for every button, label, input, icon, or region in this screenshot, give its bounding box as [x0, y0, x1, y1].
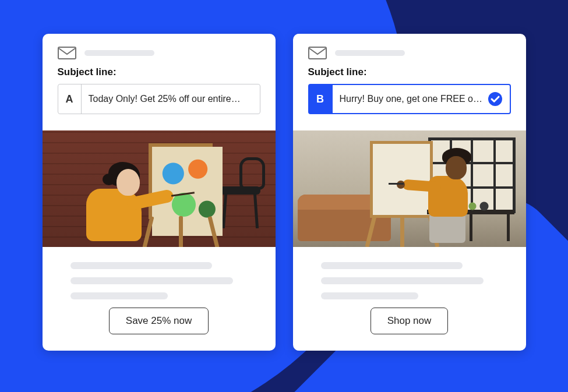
email-header-row	[308, 47, 511, 59]
variant-cards-row: Subject line: A Today Only! Get 25% off …	[0, 0, 568, 392]
envelope-icon	[308, 47, 327, 59]
email-variant-card-b: Subject line: B Hurry! Buy one, get one …	[293, 34, 526, 351]
sender-placeholder	[335, 50, 405, 56]
email-hero-image	[293, 130, 526, 247]
variant-chip-a: A	[58, 84, 82, 114]
email-hero-image	[43, 130, 276, 247]
email-body-placeholder	[43, 247, 276, 299]
subject-line-label: Subject line:	[308, 66, 511, 78]
email-header-row	[58, 47, 260, 59]
svg-rect-0	[58, 47, 76, 59]
sender-placeholder	[84, 50, 154, 56]
subject-line-text: Hurry! Buy one, get one FREE on…	[333, 85, 510, 113]
envelope-icon	[58, 47, 76, 59]
subject-line-field[interactable]: A Today Only! Get 25% off our entire…	[58, 84, 260, 114]
subject-line-field[interactable]: B Hurry! Buy one, get one FREE on…	[308, 84, 511, 114]
svg-rect-1	[309, 47, 326, 59]
ab-test-preview-stage: Subject line: A Today Only! Get 25% off …	[0, 0, 568, 392]
cta-button[interactable]: Shop now	[371, 308, 449, 334]
cta-button[interactable]: Save 25% now	[109, 308, 209, 334]
variant-chip-b: B	[309, 85, 333, 113]
winner-check-icon	[488, 91, 503, 107]
svg-point-2	[488, 92, 502, 106]
subject-line-label: Subject line:	[58, 66, 260, 78]
subject-line-text: Today Only! Get 25% off our entire…	[82, 84, 260, 114]
email-variant-card-a: Subject line: A Today Only! Get 25% off …	[43, 34, 276, 351]
email-body-placeholder	[293, 247, 526, 299]
